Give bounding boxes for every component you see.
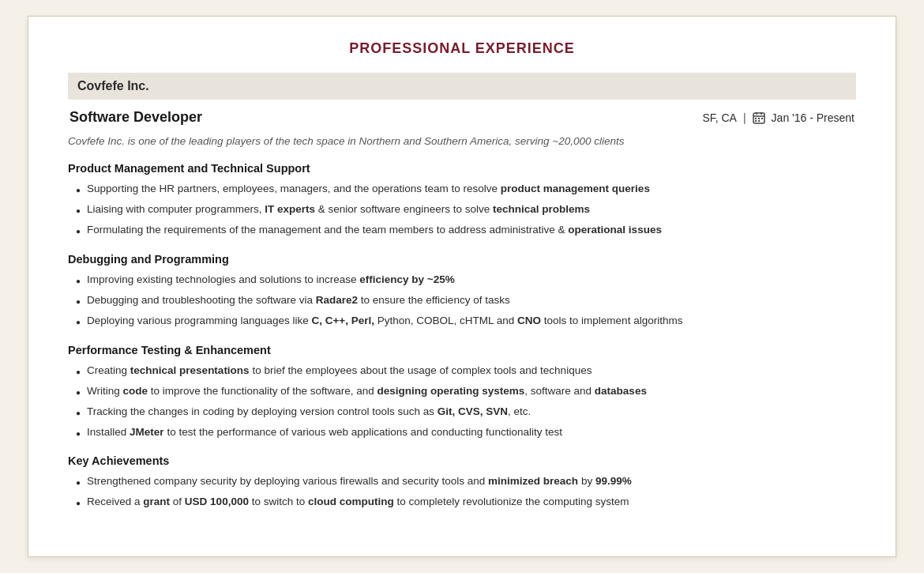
svg-rect-7 — [755, 120, 757, 122]
list-item: Improving existing technologies and solu… — [76, 272, 856, 288]
calendar-icon — [753, 111, 765, 124]
bullet-list-achievements: Strengthened company security by deployi… — [68, 473, 856, 511]
job-title: Software Developer — [69, 109, 202, 126]
list-item: Liaising with computer programmers, IT e… — [76, 202, 856, 218]
svg-rect-8 — [758, 120, 760, 122]
list-item: Strengthened company security by deployi… — [76, 473, 856, 490]
list-item: Supporting the HR partners, employees, m… — [76, 181, 856, 198]
meta-separator: | — [743, 111, 746, 124]
list-item: Tracking the changes in coding by deploy… — [76, 404, 856, 420]
job-location: SF, CA — [702, 111, 737, 124]
svg-rect-6 — [761, 118, 763, 119]
job-title-row: Software Developer SF, CA | Jan '16 - Pr… — [68, 106, 856, 129]
job-date-range: Jan '16 - Present — [772, 111, 855, 124]
svg-rect-5 — [758, 118, 760, 119]
list-item: Creating technical presentations to brie… — [76, 363, 856, 379]
company-description: Covfefe Inc. is one of the leading playe… — [68, 134, 856, 149]
list-item: Writing code to improve the functionalit… — [76, 383, 856, 400]
bullet-list-product: Supporting the HR partners, employees, m… — [68, 181, 856, 239]
list-item: Debugging and troubleshooting the softwa… — [76, 292, 856, 309]
company-header: Covfefe Inc. — [68, 73, 856, 100]
subsection-debugging: Debugging and Programming Improving exis… — [68, 253, 856, 330]
svg-rect-4 — [755, 118, 757, 119]
subsection-product-management: Product Management and Technical Support… — [68, 162, 856, 239]
list-item: Installed JMeter to test the performance… — [76, 424, 856, 441]
list-item: Formulating the requirements of the mana… — [76, 222, 856, 239]
list-item: Received a grant of USD 100,000 to switc… — [76, 494, 856, 511]
subsection-title-achievements: Key Achievements — [68, 454, 856, 467]
bullet-list-debugging: Improving existing technologies and solu… — [68, 272, 856, 330]
subsection-performance: Performance Testing & Enhancement Creati… — [68, 344, 856, 441]
subsection-title-product: Product Management and Technical Support — [68, 162, 856, 175]
company-name: Covfefe Inc. — [77, 79, 149, 92]
section-title: PROFESSIONAL EXPERIENCE — [68, 40, 856, 57]
subsection-title-debugging: Debugging and Programming — [68, 253, 856, 266]
job-meta: SF, CA | Jan '16 - Present — [702, 111, 855, 124]
resume-container: PROFESSIONAL EXPERIENCE Covfefe Inc. Sof… — [28, 16, 896, 557]
list-item: Deploying various programming languages … — [76, 313, 856, 330]
bullet-list-performance: Creating technical presentations to brie… — [68, 363, 856, 441]
subsection-title-performance: Performance Testing & Enhancement — [68, 344, 856, 356]
subsection-achievements: Key Achievements Strengthened company se… — [68, 454, 856, 511]
